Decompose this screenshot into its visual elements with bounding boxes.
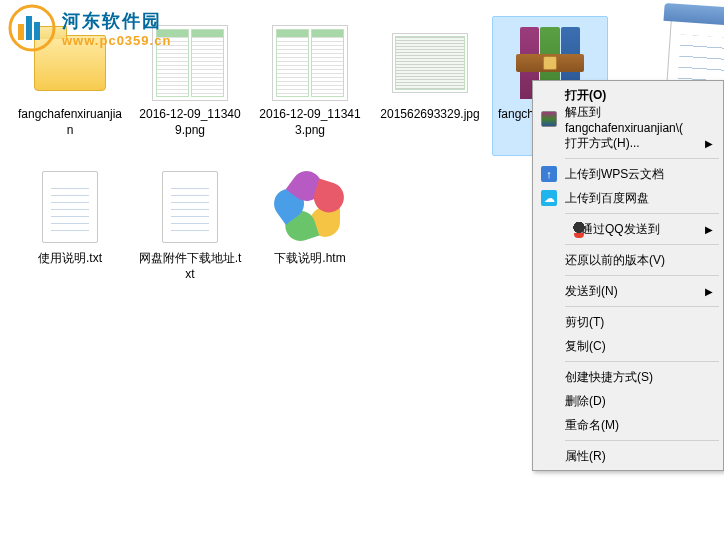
- menu-send-qq[interactable]: 通过QQ发送到 ▶: [535, 217, 721, 241]
- watermark-logo-icon: [8, 4, 56, 52]
- file-label: 网盘附件下载地址.txt: [137, 251, 243, 282]
- menu-label: 删除(D): [565, 393, 606, 410]
- menu-create-shortcut[interactable]: 创建快捷方式(S): [535, 365, 721, 389]
- menu-label: 属性(R): [565, 448, 606, 465]
- rar-icon: [541, 111, 557, 127]
- menu-label: 打开方式(H)...: [565, 135, 640, 152]
- submenu-arrow-icon: ▶: [705, 138, 713, 149]
- menu-separator: [565, 158, 719, 159]
- watermark-url: www.pc0359.cn: [62, 33, 171, 48]
- context-menu: 打开(O) 解压到 fangchafenxiruanjian\( 打开方式(H)…: [532, 80, 724, 471]
- text-file-icon: [148, 165, 232, 249]
- menu-separator: [565, 306, 719, 307]
- menu-label: 还原以前的版本(V): [565, 252, 665, 269]
- menu-label: 创建快捷方式(S): [565, 369, 653, 386]
- htm-file-item[interactable]: 下载说明.htm: [252, 160, 368, 300]
- file-label: 2016-12-09_113413.png: [257, 107, 363, 138]
- menu-open-with[interactable]: 打开方式(H)... ▶: [535, 131, 721, 155]
- menu-label: 复制(C): [565, 338, 606, 355]
- menu-label: 发送到(N): [565, 283, 618, 300]
- png-file-item[interactable]: 2016-12-09_113413.png: [252, 16, 368, 156]
- menu-label: 上传到WPS云文档: [565, 166, 664, 183]
- watermark-title: 河东软件园: [62, 9, 171, 33]
- file-label: fangchafenxiruanjian: [17, 107, 123, 138]
- submenu-arrow-icon: ▶: [705, 224, 713, 235]
- menu-upload-baidu[interactable]: ☁ 上传到百度网盘: [535, 186, 721, 210]
- svg-rect-2: [34, 22, 40, 40]
- menu-label: 打开(O): [565, 87, 606, 104]
- menu-label: 剪切(T): [565, 314, 604, 331]
- menu-send-to[interactable]: 发送到(N) ▶: [535, 279, 721, 303]
- menu-cut[interactable]: 剪切(T): [535, 310, 721, 334]
- jpg-file-item[interactable]: 201562693329.jpg: [372, 16, 488, 156]
- menu-previous-versions[interactable]: 还原以前的版本(V): [535, 248, 721, 272]
- qq-penguin-icon: [571, 221, 587, 237]
- menu-separator: [565, 213, 719, 214]
- menu-separator: [565, 361, 719, 362]
- baidu-cloud-icon: ☁: [541, 190, 557, 206]
- file-label: 201562693329.jpg: [380, 107, 479, 123]
- submenu-arrow-icon: ▶: [705, 286, 713, 297]
- menu-separator: [565, 440, 719, 441]
- svg-rect-3: [18, 24, 24, 40]
- file-label: 下载说明.htm: [274, 251, 345, 267]
- menu-rename[interactable]: 重命名(M): [535, 413, 721, 437]
- txt-file-item[interactable]: 网盘附件下载地址.txt: [132, 160, 248, 300]
- text-file-icon: [28, 165, 112, 249]
- spreadsheet-thumb-icon: [388, 21, 472, 105]
- file-label: 使用说明.txt: [38, 251, 102, 267]
- menu-separator: [565, 275, 719, 276]
- menu-label: 通过QQ发送到: [581, 221, 660, 238]
- menu-label: 上传到百度网盘: [565, 190, 649, 207]
- svg-rect-1: [26, 16, 32, 40]
- menu-properties[interactable]: 属性(R): [535, 444, 721, 468]
- menu-label: 重命名(M): [565, 417, 619, 434]
- menu-delete[interactable]: 删除(D): [535, 389, 721, 413]
- spreadsheet-thumb-icon: [268, 21, 352, 105]
- menu-label: 解压到 fangchafenxiruanjian\(: [565, 104, 713, 135]
- pinwheel-browser-icon: [268, 165, 352, 249]
- wps-cloud-icon: ↑: [541, 166, 557, 182]
- menu-separator: [565, 244, 719, 245]
- file-label: 2016-12-09_113409.png: [137, 107, 243, 138]
- menu-extract-to[interactable]: 解压到 fangchafenxiruanjian\(: [535, 107, 721, 131]
- watermark: 河东软件园 www.pc0359.cn: [8, 4, 171, 52]
- menu-upload-wps[interactable]: ↑ 上传到WPS云文档: [535, 162, 721, 186]
- menu-copy[interactable]: 复制(C): [535, 334, 721, 358]
- txt-file-item[interactable]: 使用说明.txt: [12, 160, 128, 300]
